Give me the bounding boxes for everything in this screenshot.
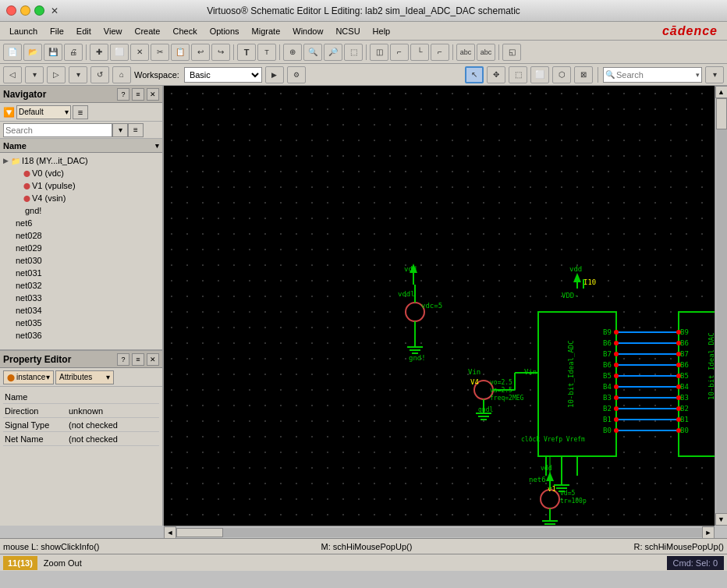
tb-open[interactable]: 📂	[23, 44, 42, 61]
nav-close-btn[interactable]: ✕	[147, 88, 159, 101]
tree-item-net6[interactable]: net6	[2, 217, 161, 229]
bottom-scrollbar[interactable]: ◄ ►	[164, 526, 715, 538]
ws-forward[interactable]: ▷	[47, 66, 66, 83]
window-controls[interactable]	[6, 5, 44, 16]
menu-create[interactable]: Create	[128, 25, 166, 37]
tb-new[interactable]: 📄	[3, 44, 22, 61]
schematic-area[interactable]: vdd vddl vdc=5 gnd! vdd	[164, 86, 715, 526]
prop-help-btn[interactable]: ?	[117, 353, 129, 366]
scroll-down-btn[interactable]: ▼	[715, 513, 728, 526]
tb-route3[interactable]: └	[410, 44, 429, 61]
tb-add[interactable]: ✚	[90, 44, 108, 61]
hscroll-track[interactable]	[176, 528, 702, 537]
tb-text2[interactable]: T	[257, 44, 276, 61]
close-button[interactable]	[6, 5, 16, 16]
menu-migrate[interactable]: Migrate	[246, 25, 287, 37]
tb-print[interactable]: 🖨	[64, 44, 83, 61]
prop-settings-btn[interactable]: ≡	[132, 353, 144, 366]
tb-redo[interactable]: ↪	[211, 44, 230, 61]
menu-check[interactable]: Check	[166, 25, 203, 37]
menu-launch[interactable]: Launch	[3, 25, 44, 37]
property-editor-title: Property Editor	[3, 354, 71, 365]
tb-route2[interactable]: ⌐	[390, 44, 409, 61]
tb-zoom-box[interactable]: ⬚	[344, 44, 363, 61]
tb-delete[interactable]: ✕	[130, 44, 149, 61]
tb-misc[interactable]: ◱	[502, 44, 521, 61]
ws-apply[interactable]: ▶	[265, 66, 284, 83]
tree-item-net030[interactable]: net030	[2, 254, 161, 267]
sep6	[498, 44, 499, 60]
menu-help[interactable]: Help	[367, 25, 397, 37]
prop-close-btn[interactable]: ✕	[147, 353, 159, 366]
tb-zoom-in[interactable]: 🔍	[303, 44, 322, 61]
scroll-track[interactable]	[716, 98, 727, 513]
tree-label-v0: V0 (vdc)	[32, 168, 64, 178]
tree-item-net034[interactable]: net034	[2, 304, 161, 317]
nav-filter-options[interactable]: ≡	[73, 105, 88, 119]
nav-filter-dropdown[interactable]: Default▾	[16, 105, 71, 119]
tb-route1[interactable]: ◫	[370, 44, 388, 61]
tb-select2[interactable]: ⬜	[530, 66, 549, 83]
tb-copy[interactable]: 📋	[171, 44, 190, 61]
tb-select-rect[interactable]: ⬜	[110, 44, 129, 61]
tb-pan[interactable]: ✥	[487, 66, 505, 83]
menu-view[interactable]: View	[98, 25, 129, 37]
tb-pointer[interactable]: ↖	[465, 66, 484, 83]
tb-abc2[interactable]: abc	[477, 44, 495, 61]
menu-file[interactable]: File	[44, 25, 70, 37]
scroll-right-btn[interactable]: ►	[702, 526, 715, 539]
nav-search-dropdown[interactable]: ▾	[112, 123, 128, 137]
tb-undo[interactable]: ↩	[191, 44, 210, 61]
navigator-search-input[interactable]	[3, 123, 112, 137]
tb-deselect[interactable]: ⊠	[574, 66, 593, 83]
ws-dropdown[interactable]: ▾	[25, 66, 44, 83]
tb-text[interactable]: T	[237, 44, 256, 61]
tree-item-net028[interactable]: net028	[2, 229, 161, 242]
tb-cut[interactable]: ✂	[151, 44, 169, 61]
tree-item-net029[interactable]: net029	[2, 242, 161, 254]
tree-item-gnd[interactable]: gnd!	[2, 204, 161, 217]
menu-edit[interactable]: Edit	[70, 25, 98, 37]
menu-window[interactable]: Window	[286, 25, 329, 37]
scroll-up-btn[interactable]: ▲	[715, 86, 728, 98]
menu-ncsu[interactable]: NCSU	[329, 25, 366, 37]
nav-settings-btn[interactable]: ≡	[132, 88, 144, 101]
ws-dropdown2[interactable]: ▾	[69, 66, 87, 83]
scroll-thumb[interactable]	[716, 98, 727, 129]
minimize-button[interactable]	[20, 5, 30, 16]
tree-item-net035[interactable]: net035	[2, 317, 161, 329]
hscroll-thumb[interactable]	[176, 528, 223, 537]
tb-route4[interactable]: ⌐	[431, 44, 449, 61]
tree-item-net032[interactable]: net032	[2, 279, 161, 292]
tree-item-v4[interactable]: ⬤ V4 (vsin)	[2, 192, 161, 204]
tree-item-v0[interactable]: ⬤ V0 (vdc)	[2, 167, 161, 179]
tree-item-i18[interactable]: ▶ 📁 I18 (MY...it_DAC)	[2, 154, 161, 167]
tb-abc1[interactable]: abc	[456, 44, 475, 61]
ws-refresh[interactable]: ↺	[90, 66, 109, 83]
toolbar-search-input[interactable]	[616, 70, 694, 80]
search-options[interactable]: ▾	[705, 66, 724, 83]
tree-item-net033[interactable]: net033	[2, 292, 161, 304]
prop-mode-dropdown[interactable]: ⬤ instance ▾	[3, 370, 54, 384]
search-dropdown-arrow[interactable]: ▾	[696, 71, 700, 79]
tree-item-net036[interactable]: net036	[2, 329, 161, 342]
scroll-left-btn[interactable]: ◄	[164, 526, 176, 539]
tb-zoom-fit[interactable]: ⊕	[283, 44, 302, 61]
tb-zoom-out[interactable]: 🔎	[324, 44, 342, 61]
workspace-select[interactable]: Basic	[184, 67, 262, 83]
tb-select3[interactable]: ⬡	[552, 66, 571, 83]
ws-config[interactable]: ⚙	[287, 66, 306, 83]
ws-home[interactable]: ⌂	[112, 66, 131, 83]
right-scrollbar[interactable]: ▲ ▼	[715, 86, 727, 526]
tb-save[interactable]: 💾	[44, 44, 62, 61]
tree-item-net031[interactable]: net031	[2, 267, 161, 279]
menu-options[interactable]: Options	[204, 25, 246, 37]
ws-back[interactable]: ◁	[3, 66, 22, 83]
prop-tab-attrs[interactable]: Attributes ▾	[55, 370, 114, 384]
tree-expand-i18[interactable]: ▶	[3, 157, 11, 165]
nav-search-go[interactable]: ≡	[128, 123, 144, 137]
nav-help-btn[interactable]: ?	[117, 88, 129, 101]
maximize-button[interactable]	[34, 5, 44, 16]
tb-select-mode[interactable]: ⬚	[509, 66, 527, 83]
tree-item-v1[interactable]: ⬤ V1 (vpulse)	[2, 179, 161, 192]
